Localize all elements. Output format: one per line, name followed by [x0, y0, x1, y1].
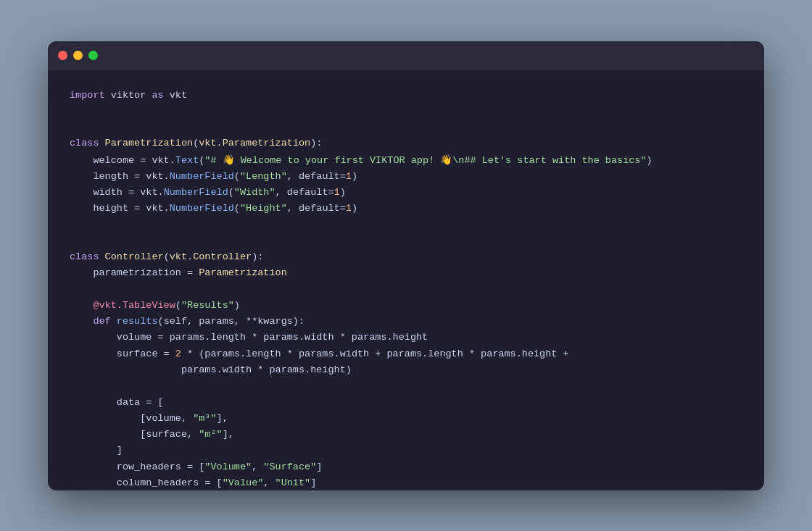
code-line-15: def results(self, params, **kwargs): [70, 314, 742, 330]
code-editor[interactable]: import viktor as vkt class Parametrizati… [48, 70, 764, 490]
code-line-13 [70, 282, 742, 298]
code-line-24: row_headers = ["Volume", "Surface"] [70, 459, 742, 475]
code-line-10 [70, 233, 742, 249]
code-line-12: parametrization = Parametrization [70, 265, 742, 281]
code-line-5: welcome = vkt.Text("# 👋 Welcome to your … [70, 152, 742, 169]
code-line-21: [volume, "m³"], [70, 411, 742, 427]
maximize-button[interactable] [88, 51, 98, 60]
code-line-19 [70, 378, 742, 394]
code-line-14: @vkt.TableView("Results") [70, 298, 742, 314]
code-line-4: class Parametrization(vkt.Parametrizatio… [70, 135, 742, 151]
code-line-20: data = [ [70, 395, 742, 411]
code-line-17: surface = 2 * (params.length * params.wi… [70, 346, 742, 362]
close-button[interactable] [58, 51, 67, 60]
code-line-23: ] [70, 443, 742, 459]
code-line-8: height = vkt.NumberField("Height", defau… [70, 201, 742, 217]
code-line-25: column_headers = ["Value", "Unit"] [70, 475, 742, 490]
code-line-16: volume = params.length * params.width * … [70, 330, 742, 346]
minimize-button[interactable] [73, 51, 83, 60]
code-line-18: params.width * params.height) [70, 362, 742, 378]
code-line-2 [70, 104, 742, 120]
code-line-3 [70, 120, 742, 135]
code-line-22: [surface, "m²"], [70, 427, 742, 443]
code-line-9 [70, 217, 742, 233]
code-line-6: length = vkt.NumberField("Length", defau… [70, 169, 742, 185]
code-line-1: import viktor as vkt [70, 88, 742, 104]
code-line-7: width = vkt.NumberField("Width", default… [70, 185, 742, 201]
code-window: import viktor as vkt class Parametrizati… [48, 41, 764, 490]
titlebar [48, 41, 764, 70]
code-line-11: class Controller(vkt.Controller): [70, 249, 742, 265]
